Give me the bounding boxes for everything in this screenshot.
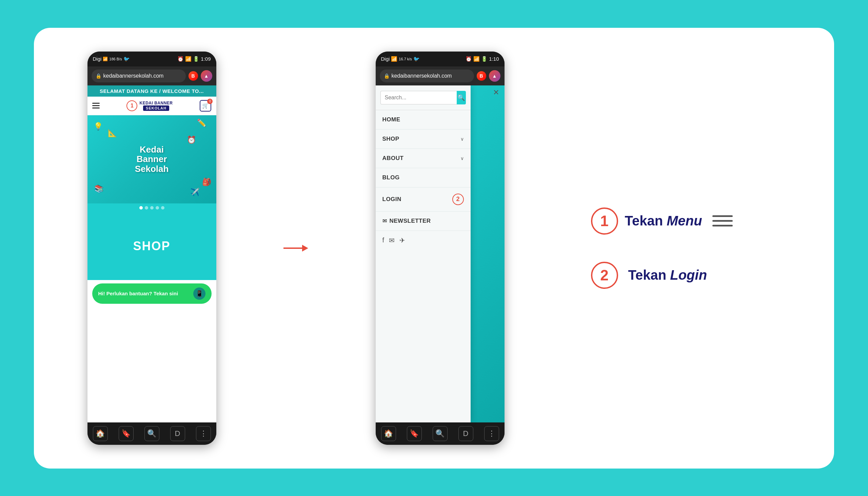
email-icon[interactable]: ✉ xyxy=(389,236,395,245)
url-text-1: kedaibannersekolah.com xyxy=(104,73,164,79)
hero-content-1: Kedai Banner Sekolah xyxy=(135,145,169,174)
chat-text-1: Hi! Perlukan bantuan? Tekan sini xyxy=(98,291,179,296)
instruction-row-1: 1 Tekan Menu xyxy=(591,207,733,235)
menu-newsletter-label: NEWSLETTER xyxy=(390,218,431,224)
tabs-nav-btn-2[interactable]: D xyxy=(459,426,473,441)
dot-2[interactable] xyxy=(145,206,148,210)
status-right-1: ⏰ 📶 🔋 1:09 xyxy=(177,56,211,62)
carrier-text-2: Digi xyxy=(381,56,390,62)
signal-text-1: 📶 xyxy=(103,57,108,61)
hamburger-button-1[interactable] xyxy=(92,103,100,108)
screen-content-1: SELAMAT DATANG KE / WELCOME TO... 1 KEDA… xyxy=(88,86,216,422)
phone-2: Digi 📶 16.7 k/s 🐦 ⏰ 📶 🔋 1:10 🔒 kedaibann… xyxy=(376,51,505,445)
hamburger-line-2 xyxy=(92,105,100,106)
hero-title-1: Kedai Banner Sekolah xyxy=(135,145,169,174)
signal-speed-1: 186 B/s xyxy=(109,57,122,61)
address-extra-icon-2[interactable]: ▲ xyxy=(489,70,500,82)
hero-banner-1: 💡 ✏️ 📚 📐 🎒 ⏰ ✈️ Kedai Banner Sekolah xyxy=(88,115,216,203)
address-bar-2: 🔒 kedaibannersekolah.com B ▲ xyxy=(376,66,505,86)
logo-area-1: 1 KEDAI BANNER SEKOLAH xyxy=(126,100,173,111)
shop-section-1[interactable]: SHOP xyxy=(88,212,216,280)
address-field-2[interactable]: 🔒 kedaibannersekolah.com xyxy=(380,69,474,82)
facebook-icon[interactable]: f xyxy=(383,236,385,244)
home-nav-btn-1[interactable]: 🏠 xyxy=(93,426,108,441)
cart-badge-1: 0 xyxy=(207,99,213,104)
brave-icon-2[interactable]: B xyxy=(477,71,486,81)
bottom-nav-2: 🏠 🔖 🔍 D ⋮ xyxy=(376,422,505,445)
menu-overlay: 🔍 HOME SHOP ∨ ABOUT ∨ xyxy=(376,86,470,422)
search-nav-btn-1[interactable]: 🔍 xyxy=(144,426,159,441)
chat-widget-1[interactable]: Hi! Perlukan bantuan? Tekan sini 📱 xyxy=(92,283,212,304)
menu-item-shop[interactable]: SHOP ∨ xyxy=(376,129,470,149)
whatsapp-button-1[interactable]: 📱 xyxy=(193,288,205,300)
status-right-2: ⏰ 📶 🔋 1:10 xyxy=(466,56,499,62)
hamburger-large-line-1 xyxy=(712,215,733,217)
menu-items-list: HOME SHOP ∨ ABOUT ∨ BLOG LOGIN xyxy=(376,110,470,422)
address-extra-icon-1[interactable]: ▲ xyxy=(201,70,212,82)
menu-about-label: ABOUT xyxy=(383,155,404,162)
brave-icon-1[interactable]: B xyxy=(188,71,198,81)
hamburger-large-line-3 xyxy=(712,225,733,227)
menu-item-about[interactable]: ABOUT ∨ xyxy=(376,149,470,168)
dot-5[interactable] xyxy=(161,206,165,210)
float-alarm: ⏰ xyxy=(187,136,196,144)
welcome-text-1: SELAMAT DATANG KE / WELCOME TO... xyxy=(100,88,204,94)
menu-item-blog[interactable]: BLOG xyxy=(376,168,470,187)
hamburger-line-1 xyxy=(92,103,100,104)
menu-item-login[interactable]: LOGIN 2 xyxy=(376,187,470,212)
tabs-nav-btn-1[interactable]: D xyxy=(170,426,185,441)
float-backpack: 🎒 xyxy=(202,177,211,186)
signal-icon-2: 📶 xyxy=(391,56,398,62)
wifi-icon-2: 📶 xyxy=(473,56,480,62)
logo-text-1: KEDAI BANNER SEKOLAH xyxy=(139,101,173,111)
home-nav-btn-2[interactable]: 🏠 xyxy=(381,426,396,441)
hamburger-large-line-2 xyxy=(712,220,733,222)
dot-1[interactable] xyxy=(139,206,143,210)
lock-icon-1: 🔒 xyxy=(96,73,102,79)
cart-icon-1[interactable]: 🛒 0 xyxy=(200,100,211,111)
dot-4[interactable] xyxy=(156,206,159,210)
inst-circle-2: 2 xyxy=(591,262,618,289)
inst-text-1: Tekan Menu xyxy=(625,213,702,229)
bottom-nav-1: 🏠 🔖 🔍 D ⋮ xyxy=(88,422,216,445)
menu-login-label: LOGIN xyxy=(383,196,401,203)
address-field-1[interactable]: 🔒 kedaibannersekolah.com xyxy=(92,69,186,82)
status-left-1: Digi 📶 186 B/s 🐦 xyxy=(93,56,130,62)
telegram-icon[interactable]: ✈ xyxy=(399,236,405,245)
menu-home-label: HOME xyxy=(383,116,400,123)
inst-text-2: Tekan Login xyxy=(628,267,707,283)
alarm-icon-1: ⏰ xyxy=(177,56,184,62)
carrier-text-1: Digi xyxy=(93,56,102,62)
menu-item-newsletter[interactable]: ✉ NEWSLETTER xyxy=(376,212,470,231)
status-bar-1: Digi 📶 186 B/s 🐦 ⏰ 📶 🔋 1:09 xyxy=(88,51,216,66)
address-bar-1: 🔒 kedaibannersekolah.com B ▲ xyxy=(88,66,216,86)
float-triangle: 📐 xyxy=(108,129,117,138)
instructions-panel: 1 Tekan Menu 2 Tekan Login xyxy=(571,207,781,289)
alarm-icon-2: ⏰ xyxy=(466,56,472,62)
welcome-banner-1: SELAMAT DATANG KE / WELCOME TO... xyxy=(88,86,216,97)
float-plane: ✈️ xyxy=(190,188,199,197)
arrow-head xyxy=(302,245,308,251)
twitter-icon-1: 🐦 xyxy=(123,56,130,62)
more-nav-btn-1[interactable]: ⋮ xyxy=(196,426,211,441)
more-nav-btn-2[interactable]: ⋮ xyxy=(484,426,499,441)
menu-item-home[interactable]: HOME xyxy=(376,110,470,129)
bookmark-nav-btn-2[interactable]: 🔖 xyxy=(407,426,422,441)
twitter-icon-2: 🐦 xyxy=(413,56,420,62)
search-nav-btn-2[interactable]: 🔍 xyxy=(433,426,448,441)
about-chevron-icon: ∨ xyxy=(461,156,464,161)
float-pencil: ✏️ xyxy=(197,119,206,127)
bookmark-nav-btn-1[interactable]: 🔖 xyxy=(119,426,134,441)
dot-3[interactable] xyxy=(150,206,154,210)
close-menu-button[interactable]: ✕ xyxy=(493,88,499,97)
battery-icon-1: 🔋 xyxy=(193,56,199,62)
url-text-2: kedaibannersekolah.com xyxy=(392,73,452,79)
shop-label-1: SHOP xyxy=(133,239,170,253)
hamburger-line-3 xyxy=(92,107,100,108)
menu-social-row: f ✉ ✈ xyxy=(376,231,470,250)
instruction-row-2: 2 Tekan Login xyxy=(591,262,707,289)
status-bar-2: Digi 📶 16.7 k/s 🐦 ⏰ 📶 🔋 1:10 xyxy=(376,51,505,66)
menu-search-button[interactable]: 🔍 xyxy=(457,91,466,105)
menu-search-input[interactable] xyxy=(381,91,457,105)
menu-shop-label: SHOP xyxy=(383,136,399,142)
